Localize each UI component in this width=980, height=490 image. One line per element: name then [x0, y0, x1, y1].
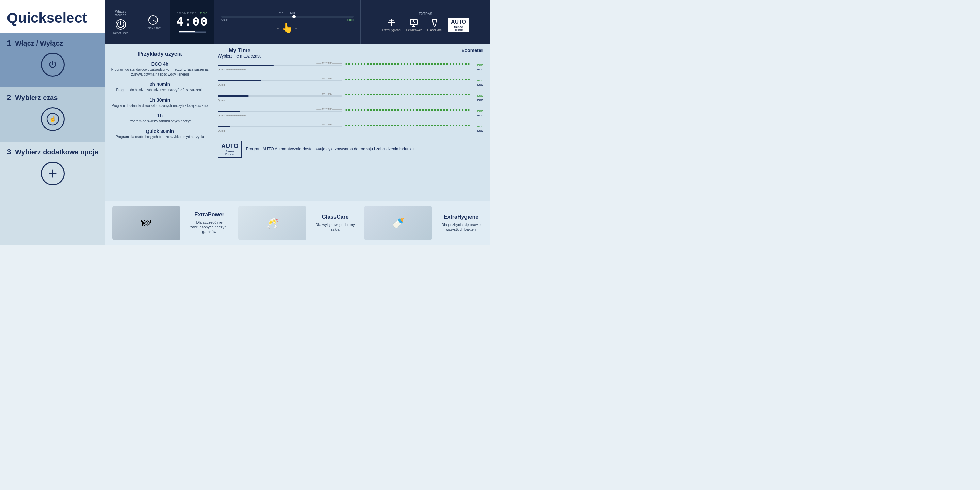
- mytime-title-area: My Time Wybierz, ile masz czasu: [218, 48, 262, 59]
- auto-badge: AUTO Sense Program: [218, 140, 242, 158]
- slider-row-5: —— MY TIME ———— ECO Quick: [218, 123, 483, 132]
- power-icon: [41, 53, 65, 76]
- reset-label: Reset 3sec: [113, 31, 128, 35]
- extrapower-feature: ExtraPower Dla szczególnie zabrudzonych …: [187, 212, 231, 234]
- hand-cursor-icon: 👆: [282, 22, 293, 34]
- 1h-title: 1h: [111, 113, 209, 118]
- power-button[interactable]: Reset 3sec: [113, 19, 128, 35]
- glasscare-title: GlassCare: [321, 214, 348, 220]
- 2h40-desc: Program do bardzo zabrudzonych naczyń z …: [111, 88, 209, 92]
- slider-row-1: —— MY TIME ———— ECO Quick: [218, 61, 483, 71]
- delay-label: Delay Start: [145, 26, 161, 30]
- step1-icon-wrap: [7, 53, 99, 76]
- extrapower-button[interactable]: ExtraPower: [406, 19, 422, 32]
- extrapower-desc: Dla szczególnie zabrudzonych naczyń i ga…: [187, 220, 231, 234]
- quick30-desc: Program dla osób chcących bardzo szybko …: [111, 135, 209, 140]
- auto-separator: [218, 138, 483, 138]
- program-label: Program: [453, 29, 463, 31]
- eco-indicator: ECO: [200, 11, 208, 14]
- step3-icon-wrap: [7, 162, 99, 185]
- extrapower-title: ExtraPower: [194, 212, 224, 218]
- ecometer-fill: [179, 31, 195, 32]
- step2-number: 2: [7, 93, 11, 102]
- example-1h30: 1h 30min Program do standardowo zabrudzo…: [111, 97, 209, 108]
- step2-section: 2 Wybierz czas ☝: [0, 87, 105, 142]
- step1-label: 1 Włącz / Wyłącz: [7, 39, 99, 48]
- step1-title: Włącz / Wyłącz: [15, 40, 63, 47]
- extrahygiene-button[interactable]: ExtraHygiene: [382, 19, 401, 32]
- example-2h40: 2h 40min Program do bardzo zabrudzonych …: [111, 82, 209, 92]
- slider-rows: —— MY TIME ———— ECO Quick: [218, 61, 483, 132]
- extrahygiene-label: ExtraHygiene: [382, 28, 401, 32]
- topbar-onoff-label: Włącz / Wyłącz: [111, 10, 130, 17]
- slider-row-2: —— MY TIME ———— ECO Quick: [218, 76, 483, 86]
- ecometer-label: ECOMETER ECO: [177, 11, 208, 14]
- topbar-display: ECOMETER ECO 4:00: [170, 0, 215, 44]
- ecometer-col-label: Ecometer: [461, 48, 483, 59]
- mytime-heading: My Time: [218, 48, 262, 54]
- 2h40-title: 2h 40min: [111, 82, 209, 87]
- extras-label: EXTRAS: [418, 12, 432, 16]
- program-large-label: Program: [225, 153, 234, 156]
- glasscare-feature: GlassCare Dla wyjątkowej ochrony szkła: [313, 214, 357, 232]
- 1h-desc: Program do świeżo zabrudzonych naczyń: [111, 119, 209, 124]
- sense-label: Sense: [454, 25, 463, 29]
- eco-label-top: ECO: [347, 18, 353, 22]
- mytime-sub: Wybierz, ile masz czasu: [218, 54, 262, 59]
- step3-label: 3 Wybierz dodatkowe opcje: [7, 148, 99, 156]
- topbar-onoff: Włącz / Wyłącz Reset 3sec: [105, 0, 136, 44]
- step3-section: 3 Wybierz dodatkowe opcje: [0, 142, 105, 245]
- example-1h: 1h Program do świeżo zabrudzonych naczyń: [111, 113, 209, 124]
- auto-section: AUTO Sense Program Program AUTO Automaty…: [218, 140, 483, 158]
- time-display: 4:00: [176, 15, 208, 29]
- extrahygiene-feature: ExtraHygiene Dla pozbycia się prawie wsz…: [439, 214, 483, 232]
- sense-large-label: Sense: [226, 150, 234, 153]
- auto-desc: Program AUTO Automatycznie dostosowuje c…: [246, 146, 414, 152]
- mytime-label: MY TIME: [279, 11, 296, 14]
- example-quick30: Quick 30min Program dla osób chcących ba…: [111, 129, 209, 140]
- svg-line-9: [153, 20, 155, 21]
- step1-number: 1: [7, 39, 11, 48]
- top-bar: Włącz / Wyłącz Reset 3sec Delay Start EC…: [105, 0, 490, 44]
- auto-large-label: AUTO: [221, 143, 239, 150]
- touch-icon: ☝: [41, 107, 65, 131]
- extrapower-label: ExtraPower: [406, 28, 422, 32]
- glasscare-label: GlassCare: [427, 28, 442, 32]
- eco4h-desc: Program do standardowo zabrudzonych nacz…: [111, 67, 209, 77]
- time-header: My Time Wybierz, ile masz czasu Ecometer: [218, 48, 483, 59]
- quick30-title: Quick 30min: [111, 129, 209, 134]
- plus-icon: [41, 162, 65, 185]
- step2-icon-wrap: ☝: [7, 107, 99, 131]
- slider-row-3: —— MY TIME ———— ECO Quick: [218, 92, 483, 102]
- examples-title: Przykłady użycia: [111, 51, 209, 57]
- ecometer-bar: [179, 30, 206, 33]
- svg-text:☝: ☝: [49, 115, 57, 123]
- quick-label-top: Quick: [221, 18, 228, 21]
- left-panel: Quickselect 1 Włącz / Wyłącz 2 Wybierz c…: [0, 0, 105, 245]
- step1-section: 1 Włącz / Wyłącz: [0, 33, 105, 87]
- autosense-button[interactable]: AUTO Sense Program: [447, 18, 469, 32]
- step2-label: 2 Wybierz czas: [7, 93, 99, 102]
- glassc-image: 🥂: [238, 206, 306, 240]
- extrah-image: 🍼: [364, 206, 432, 240]
- step3-title: Wybierz dodatkowe opcje: [15, 148, 98, 156]
- page-title: Quickselect: [0, 0, 105, 33]
- example-eco4h: ECO 4h Program do standardowo zabrudzony…: [111, 61, 209, 77]
- auto-label: AUTO: [451, 19, 466, 25]
- topbar-mytime[interactable]: MY TIME Quick ··························…: [215, 0, 361, 44]
- 1h30-desc: Program do standardowo zabrudzonych nacz…: [111, 103, 209, 108]
- extrahygiene-desc: Dla pozbycia się prawie wszystkich bakte…: [439, 222, 483, 232]
- eco4h-title: ECO 4h: [111, 61, 209, 67]
- extrap-image: 🍽: [112, 206, 180, 240]
- bottom-extras: 🍽 ExtraPower Dla szczególnie zabrudzonyc…: [105, 201, 490, 245]
- topbar-extras: EXTRAS ExtraHygiene: [361, 0, 490, 44]
- topbar-delay[interactable]: Delay Start: [136, 0, 170, 44]
- glasscare-button[interactable]: GlassCare: [427, 19, 442, 32]
- slider-row-4: —— MY TIME ———— ECO Quick: [218, 107, 483, 117]
- glasscare-desc: Dla wyjątkowej ochrony szkła: [313, 222, 357, 232]
- 1h30-title: 1h 30min: [111, 97, 209, 103]
- cursor-area: ← 👆 →: [277, 22, 298, 34]
- extrahygiene-title: ExtraHygiene: [444, 214, 479, 220]
- step2-title: Wybierz czas: [15, 94, 57, 102]
- step3-number: 3: [7, 148, 11, 156]
